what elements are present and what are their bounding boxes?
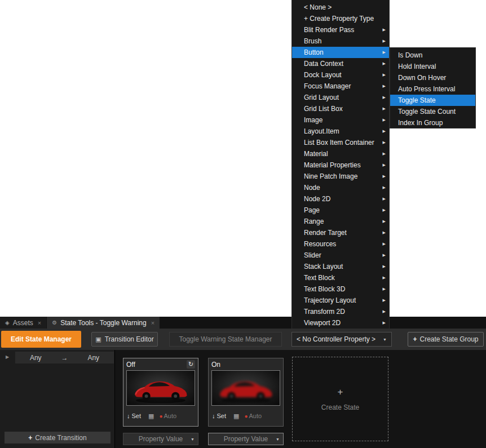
menu-item-material-properties[interactable]: Material Properties▶: [292, 159, 389, 171]
menu-item-material[interactable]: Material▶: [292, 148, 389, 159]
controller-property-dropdown[interactable]: < No Controller Property > ▼: [291, 332, 392, 347]
state-card-off[interactable]: Off ↻: [123, 358, 198, 427]
arrow-down-icon: ↓: [127, 412, 130, 419]
menu-item-resources[interactable]: Resources▶: [292, 238, 389, 250]
menu-item-page[interactable]: Page▶: [292, 205, 389, 216]
transition-editor-button[interactable]: ▣ Transition Editor: [91, 332, 158, 347]
default-state-icon[interactable]: ↻: [187, 360, 195, 369]
menu-item-label: Text Block: [304, 274, 335, 282]
chevron-down-icon: ▼: [191, 437, 195, 441]
submenu-arrow-icon: ▶: [383, 261, 386, 272]
menu-item-node-2d[interactable]: Node 2D▶: [292, 193, 389, 205]
create-state-button[interactable]: + Create State: [292, 357, 388, 441]
submenu-arrow-icon: ▶: [383, 47, 386, 58]
menu-item-trajectory-layout[interactable]: Trajectory Layout▶: [292, 295, 389, 306]
menu-item-none[interactable]: < None >: [292, 2, 389, 13]
menu-item-label: Data Context: [304, 60, 343, 68]
set-button[interactable]: ↓ Set: [127, 412, 141, 419]
plus-icon: +: [338, 387, 343, 398]
menu-item-button[interactable]: Button▶: [292, 47, 389, 58]
create-transition-button[interactable]: + Create Transition: [5, 432, 111, 443]
state-manager-editor: ▶ Any → Any + Create Transition Off ↻: [0, 350, 486, 448]
table-edit-icon[interactable]: ▦: [233, 412, 239, 420]
menu-item-label: Grid List Box: [304, 105, 343, 113]
menu-item-label: Text Block 3D: [304, 285, 345, 293]
menu-item-data-context[interactable]: Data Context▶: [292, 58, 389, 69]
menu-item-text-block-3d[interactable]: Text Block 3D▶: [292, 283, 389, 295]
property-value-dropdown-on[interactable]: Property Value ▼: [208, 433, 284, 445]
expander-icon[interactable]: ▶: [6, 354, 9, 360]
menu-item-stack-layout[interactable]: Stack Layout▶: [292, 261, 389, 272]
tab-bar: ◈ Assets × ⚙ State Tools - Toggle Warnin…: [0, 317, 486, 329]
state-tools-icon: ⚙: [52, 320, 57, 326]
state-name: Off: [126, 361, 187, 369]
menu-item-toggle-state-count[interactable]: Toggle State Count: [390, 106, 475, 117]
edit-state-manager-button[interactable]: Edit State Manager: [1, 331, 81, 348]
tab-label: State Tools - Toggle Warning: [60, 319, 147, 327]
menu-item-layout-item[interactable]: Layout.Item▶: [292, 126, 389, 137]
menu-item-label: Viewport 2D: [304, 319, 341, 327]
menu-item-toggle-state[interactable]: Toggle State: [390, 95, 475, 106]
menu-item-blit-render-pass[interactable]: Blit Render Pass▶: [292, 24, 389, 36]
menu-item-transform-2d[interactable]: Transform 2D▶: [292, 306, 389, 317]
auto-toggle[interactable]: ● Auto: [159, 412, 176, 419]
create-state-group-button[interactable]: + Create State Group: [408, 332, 484, 347]
transition-row[interactable]: Any → Any: [15, 352, 114, 363]
menu-item-create-property-type[interactable]: + Create Property Type: [292, 13, 389, 24]
menu-item-index-in-group[interactable]: Index In Group: [390, 117, 475, 128]
menu-item-label: Nine Patch Image: [304, 172, 357, 180]
menu-item-label: Is Down: [398, 51, 422, 59]
menu-item-range[interactable]: Range▶: [292, 216, 389, 227]
menu-item-label: Focus Manager: [304, 82, 351, 90]
table-edit-icon[interactable]: ▦: [148, 412, 154, 420]
menu-item-nine-patch-image[interactable]: Nine Patch Image▶: [292, 171, 389, 182]
submenu-arrow-icon: ▶: [383, 250, 386, 261]
menu-item-slider[interactable]: Slider▶: [292, 250, 389, 261]
transition-editor-icon: ▣: [95, 336, 101, 343]
menu-item-text-block[interactable]: Text Block▶: [292, 272, 389, 283]
state-name: On: [211, 361, 280, 369]
menu-item-brush[interactable]: Brush▶: [292, 36, 389, 47]
menu-item-dock-layout[interactable]: Dock Layout▶: [292, 69, 389, 81]
state-card-footer: ↓ Set ▦ ● Auto: [209, 406, 283, 426]
transition-editor-label: Transition Editor: [105, 335, 154, 343]
menu-item-focus-manager[interactable]: Focus Manager▶: [292, 81, 389, 92]
menu-item-label: Toggle State Count: [398, 108, 456, 116]
submenu-arrow-icon: ▶: [383, 92, 386, 103]
menu-item-viewport-2d[interactable]: Viewport 2D▶: [292, 317, 389, 329]
menu-item-auto-press-interval[interactable]: Auto Press Interval: [390, 83, 475, 95]
property-value-dropdown-off[interactable]: Property Value ▼: [123, 433, 198, 445]
menu-item-list-box-item-container[interactable]: List Box Item Container▶: [292, 137, 389, 148]
submenu-arrow-icon: ▶: [383, 58, 386, 69]
menu-item-label: Resources: [304, 240, 336, 248]
menu-item-grid-layout[interactable]: Grid Layout▶: [292, 92, 389, 103]
menu-item-down-on-hover[interactable]: Down On Hover: [390, 72, 475, 83]
auto-toggle[interactable]: ● Auto: [244, 412, 262, 419]
menu-item-label: List Box Item Container: [304, 139, 374, 147]
menu-item-is-down[interactable]: Is Down: [390, 50, 475, 61]
transition-from-label: Any: [15, 354, 56, 362]
state-thumbnail: [211, 370, 280, 406]
state-card-on[interactable]: On ↓ Set: [208, 358, 284, 427]
chevron-down-icon: ▼: [383, 338, 387, 341]
close-icon[interactable]: ×: [151, 320, 154, 326]
menu-item-hold-interval[interactable]: Hold Interval: [390, 61, 475, 72]
menu-item-image[interactable]: Image▶: [292, 114, 389, 126]
car-image-blurred: [212, 371, 280, 405]
menu-item-node[interactable]: Node▶: [292, 182, 389, 193]
menu-item-label: < None >: [304, 3, 332, 11]
tab-assets[interactable]: ◈ Assets ×: [0, 317, 46, 329]
close-icon[interactable]: ×: [38, 320, 41, 326]
submenu-arrow-icon: ▶: [383, 216, 386, 227]
state-tools-toolbar: Edit State Manager ▣ Transition Editor T…: [0, 329, 486, 350]
property-value-label: Property Value: [224, 435, 268, 443]
set-button[interactable]: ↓ Set: [212, 412, 226, 419]
transitions-panel: ▶ Any → Any + Create Transition: [0, 350, 115, 448]
set-label: Set: [132, 412, 142, 419]
menu-item-render-target[interactable]: Render Target▶: [292, 227, 389, 238]
menu-item-grid-list-box[interactable]: Grid List Box▶: [292, 103, 389, 114]
menu-item-label: Image: [304, 116, 322, 124]
menu-item-label: Index In Group: [398, 119, 443, 127]
submenu-arrow-icon: ▶: [383, 227, 386, 238]
tab-state-tools[interactable]: ⚙ State Tools - Toggle Warning ×: [47, 317, 160, 329]
